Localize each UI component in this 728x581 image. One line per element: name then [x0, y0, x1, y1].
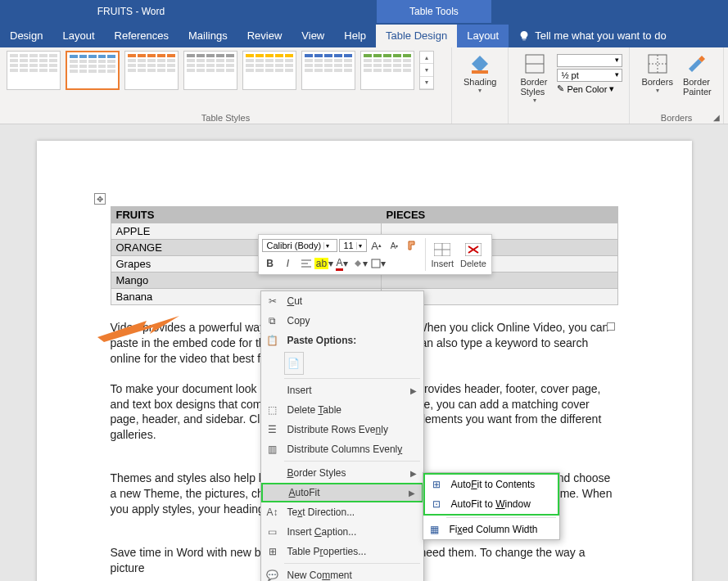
- autofit-contents-icon: ⊞: [428, 479, 445, 490]
- table-header[interactable]: PIECES: [381, 207, 617, 223]
- shrink-font-button[interactable]: A▾: [387, 237, 403, 254]
- borders-button[interactable]: Borders ▾: [636, 51, 678, 98]
- menu-autofit-contents[interactable]: ⊞AutoFit to Contents: [425, 475, 558, 494]
- menu-border-styles[interactable]: Border Styles▶: [261, 463, 423, 483]
- tab-help[interactable]: Help: [334, 25, 376, 47]
- font-size-dropdown[interactable]: 11▾: [339, 239, 367, 252]
- group-label: Table Styles: [0, 113, 451, 123]
- ribbon: ▴▾▾ Table Styles Shading ▾ Border Styles…: [0, 47, 728, 124]
- delete-cells-button[interactable]: [463, 241, 484, 259]
- menu-distribute-rows[interactable]: ☰Distribute Rows Evenly: [261, 420, 423, 439]
- delete-table-icon: ⬚: [265, 404, 281, 416]
- distribute-rows-icon: ☰: [265, 424, 281, 435]
- menu-insert[interactable]: Insert▶: [261, 381, 423, 400]
- border-styles-icon: [523, 52, 546, 75]
- highlight-button[interactable]: ab▾: [316, 255, 332, 272]
- tell-me-label: Tell me what you want to do: [535, 29, 666, 42]
- border-painter-label: Border Painter: [683, 77, 712, 97]
- shading-icon: [468, 52, 491, 75]
- table-tools-label: Table Tools: [377, 0, 491, 23]
- menu-autofit[interactable]: AutoFit▶: [261, 483, 423, 502]
- chevron-down-icon: ▾: [533, 97, 536, 104]
- borders-mini-button[interactable]: ▾: [370, 255, 387, 272]
- group-label: Borders: [630, 113, 722, 123]
- line-style-dropdown[interactable]: [557, 54, 622, 67]
- table-row: FRUITSPIECES: [111, 207, 617, 223]
- tab-mailings[interactable]: Mailings: [179, 25, 237, 47]
- paste-option-keep-source[interactable]: 📄: [284, 352, 304, 375]
- paste-icon: 📋: [265, 335, 281, 346]
- chevron-down-icon: ▾: [478, 87, 482, 94]
- tab-review[interactable]: Review: [237, 25, 292, 47]
- table-style-thumb[interactable]: [7, 51, 61, 90]
- group-borders: Borders ▾ Border Painter Borders ◢: [630, 47, 723, 124]
- shading-mini-button[interactable]: ▾: [352, 255, 369, 272]
- menu-table-properties[interactable]: ⊞Table Properties...: [261, 542, 423, 561]
- tab-table-design[interactable]: Table Design: [376, 25, 457, 47]
- table-style-thumb[interactable]: [360, 51, 414, 90]
- group-table-styles: ▴▾▾ Table Styles: [0, 47, 452, 124]
- menu-cut[interactable]: ✂CuCutt: [261, 291, 423, 311]
- table-properties-icon: ⊞: [265, 546, 281, 557]
- tab-design[interactable]: Design: [0, 25, 52, 47]
- menu-distribute-cols[interactable]: ▥Distribute Columns Evenly: [261, 439, 423, 459]
- tab-view[interactable]: View: [292, 25, 334, 47]
- table-style-thumb-selected[interactable]: [66, 51, 120, 90]
- autofit-window-icon: ⊡: [428, 498, 445, 510]
- table-header[interactable]: FRUITS: [111, 207, 381, 223]
- font-family-dropdown[interactable]: Calibri (Body)▾: [262, 239, 337, 252]
- distribute-cols-icon: ▥: [265, 444, 281, 455]
- menu-fixed-column-width[interactable]: ▦Fixed Column Width: [423, 520, 559, 539]
- table-styles-gallery[interactable]: ▴▾▾: [7, 51, 445, 90]
- border-styles-button[interactable]: Border Styles ▾: [515, 51, 554, 106]
- tab-references[interactable]: References: [105, 25, 179, 47]
- table-style-thumb[interactable]: [124, 51, 179, 90]
- menu-new-comment[interactable]: 💬New Comment: [261, 565, 423, 581]
- borders-label: Borders: [641, 77, 673, 87]
- svg-rect-0: [472, 70, 488, 74]
- font-color-button[interactable]: A▾: [334, 255, 350, 272]
- format-painter-button[interactable]: [405, 237, 421, 254]
- tab-layout[interactable]: Layout: [52, 25, 104, 47]
- page[interactable]: ✥ FRUITSPIECES APPLE ORANGE Grapes30 Man…: [37, 141, 692, 581]
- menu-text-direction[interactable]: A↕Text Direction...: [261, 502, 423, 522]
- svg-rect-3: [649, 55, 667, 73]
- table-move-handle[interactable]: ✥: [94, 193, 106, 205]
- document-area: ✥ FRUITSPIECES APPLE ORANGE Grapes30 Man…: [0, 124, 728, 581]
- menu-insert-caption[interactable]: ▭Insert Caption...: [261, 522, 423, 542]
- pen-color-button[interactable]: ✎ Pen Color ▾: [557, 83, 622, 94]
- table-styles-more[interactable]: ▴▾▾: [419, 51, 434, 90]
- menu-paste-options: 📋Paste Options:: [261, 331, 423, 350]
- comment-icon: 💬: [265, 570, 281, 581]
- border-styles-label: Border Styles: [520, 77, 549, 97]
- tell-me-search[interactable]: Tell me what you want to do: [509, 25, 676, 47]
- insert-cells-button[interactable]: [432, 241, 453, 259]
- annotation-arrow: [97, 313, 179, 349]
- delete-label: Delete: [460, 259, 486, 268]
- context-menu: ✂CuCutt ⧉Copy 📋Paste Options: 📄 Insert▶ …: [260, 290, 424, 581]
- table-style-thumb[interactable]: [242, 51, 296, 90]
- grow-font-button[interactable]: A▴: [369, 237, 385, 254]
- borders-icon: [646, 52, 669, 75]
- table-style-thumb[interactable]: [301, 51, 355, 90]
- bulb-icon: [518, 30, 530, 42]
- border-painter-button[interactable]: Border Painter: [678, 51, 717, 98]
- window-title: FRUITS - Word: [0, 6, 262, 17]
- align-button[interactable]: [298, 255, 314, 272]
- table-resize-handle[interactable]: [607, 322, 615, 331]
- pen-icon: ✎: [557, 83, 564, 94]
- title-bar: FRUITS - Word Table Tools: [0, 0, 728, 23]
- svg-rect-10: [372, 259, 380, 268]
- table-style-thumb[interactable]: [183, 51, 237, 90]
- border-painter-icon: [685, 52, 708, 75]
- dialog-launcher-icon[interactable]: ◢: [713, 113, 720, 122]
- shading-button[interactable]: Shading ▾: [459, 51, 501, 96]
- menu-delete-table[interactable]: ⬚Delete Table: [261, 400, 423, 420]
- italic-button[interactable]: I: [280, 255, 296, 272]
- menu-copy[interactable]: ⧉Copy: [261, 311, 423, 331]
- line-weight-dropdown[interactable]: ½ pt: [557, 69, 622, 82]
- group-border-styles: Border Styles ▾ ½ pt ✎ Pen Color ▾: [509, 47, 630, 124]
- tab-table-layout[interactable]: Layout: [457, 25, 509, 47]
- menu-autofit-window[interactable]: ⊡AutoFit to Window: [425, 494, 558, 514]
- bold-button[interactable]: B: [262, 255, 278, 272]
